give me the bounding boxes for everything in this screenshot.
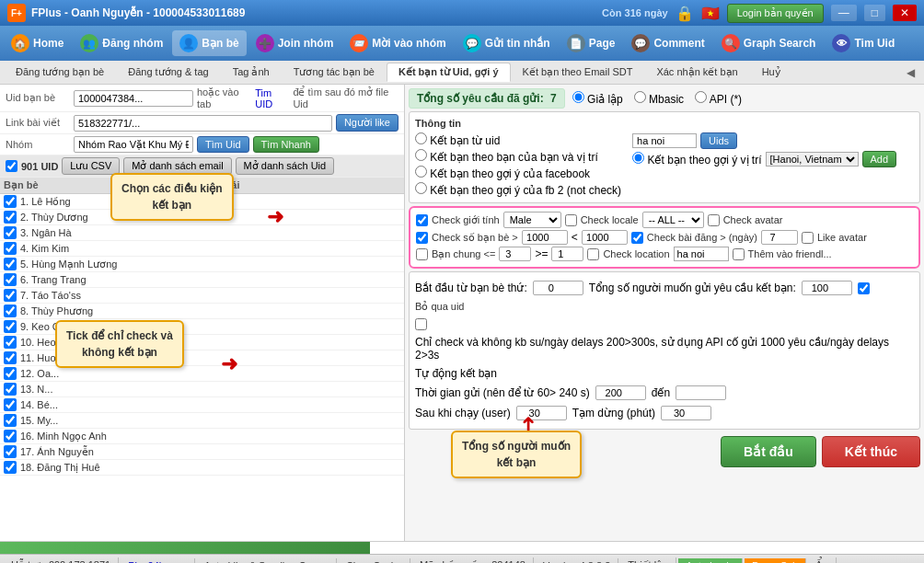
friend-checkbox-5[interactable] xyxy=(4,273,17,286)
radio-mbasic[interactable]: Mbasic xyxy=(634,91,684,106)
gioi-tinh-select[interactable]: Male Female xyxy=(503,212,561,228)
menu-item-join-nhóm[interactable]: ➕Join nhóm xyxy=(248,30,341,56)
location-input[interactable] xyxy=(632,133,697,148)
luu-csv-btn[interactable]: Lưu CSV xyxy=(62,157,120,175)
close-button[interactable]: ✕ xyxy=(893,5,917,21)
check-so-ban-be-cb[interactable] xyxy=(416,232,428,244)
website-status[interactable]: Plus24h.com xyxy=(121,558,195,564)
thiet-lap-status[interactable]: Thiết lập xyxy=(620,557,676,563)
sau-khi-input[interactable] xyxy=(516,406,567,420)
radio-gia-lap[interactable]: Giả lập xyxy=(572,91,623,106)
bo-qua-cb[interactable] xyxy=(858,282,870,294)
tim-uid-link[interactable]: Tim UID xyxy=(255,87,289,109)
like-avatar-cb[interactable] xyxy=(802,232,814,244)
thoi-gian-input[interactable] xyxy=(595,385,646,400)
tong-so-input[interactable] xyxy=(802,281,852,295)
mo-ds-uid-btn[interactable]: Mở danh sách Uid xyxy=(236,157,335,175)
friend-checkbox-3[interactable] xyxy=(4,242,17,255)
subtab-4[interactable]: Kết bạn từ Uid, gợi ý xyxy=(387,63,511,82)
subtab-7[interactable]: Huỷ xyxy=(750,63,793,82)
so-ban-be-input1[interactable] xyxy=(522,230,568,245)
uids-btn[interactable]: Uids xyxy=(700,132,737,149)
friend-checkbox-13[interactable] xyxy=(4,398,17,411)
tim-nhanh-btn[interactable]: Tìm Nhanh xyxy=(253,136,319,153)
friend-checkbox-16[interactable] xyxy=(4,445,17,458)
auto-login-status[interactable]: Auto Login xyxy=(678,558,743,564)
menu-item-tim-uid[interactable]: 👁Tim Uid xyxy=(825,30,902,56)
so-ban-be-input2[interactable] xyxy=(582,230,628,245)
friend-checkbox-1[interactable] xyxy=(4,211,17,224)
bat-dau-input[interactable] xyxy=(533,281,583,295)
them-vao-friend-cb[interactable] xyxy=(733,248,745,260)
tim-uid-btn[interactable]: Tìm Uid xyxy=(197,136,249,153)
subtab-3[interactable]: Tương tác bạn bè xyxy=(282,63,387,82)
link-input[interactable] xyxy=(74,115,332,132)
friend-checkbox-10[interactable] xyxy=(4,351,17,364)
subtab-5[interactable]: Kết bạn theo Email SDT xyxy=(511,63,645,82)
check-avatar-cb[interactable] xyxy=(708,214,720,226)
friend-checkbox-9[interactable] xyxy=(4,336,17,349)
autolick-status[interactable]: Auto Like & Seeding Com... xyxy=(197,558,337,564)
menu-item-mời-vào-nhóm[interactable]: 📨Mời vào nhóm xyxy=(342,30,453,56)
radio-api[interactable]: API (*) xyxy=(695,91,742,106)
friend-checkbox-6[interactable] xyxy=(4,289,17,302)
menu-item-home[interactable]: 🏠Home xyxy=(4,30,71,56)
check-location-cb[interactable] xyxy=(587,248,599,260)
all-checkbox[interactable] xyxy=(6,160,17,172)
add-btn[interactable]: Add xyxy=(862,151,897,167)
kb-fb[interactable]: Kết bạn theo gợi ý của facebook xyxy=(415,166,621,180)
menu-item-bạn-bè[interactable]: 👤Bạn bè xyxy=(172,30,246,56)
friend-checkbox-7[interactable] xyxy=(4,304,17,317)
nhom-input[interactable] xyxy=(74,136,193,153)
mo-ds-email-btn[interactable]: Mở danh sách email xyxy=(123,157,231,175)
maximize-button[interactable]: □ xyxy=(864,5,885,21)
clear-cache-status[interactable]: Clear Cache xyxy=(339,558,410,564)
ban-chung-cb[interactable] xyxy=(416,248,428,260)
check-gioi-tinh-cb[interactable] xyxy=(416,214,428,226)
subtabs-left-arrow[interactable]: ◀ xyxy=(901,63,920,82)
menu-item-graph-search[interactable]: 🔍Graph Search xyxy=(714,30,824,56)
subtab-1[interactable]: Đăng tướng & tag xyxy=(116,63,220,82)
den-input[interactable] xyxy=(676,385,726,400)
menu-item-gửi-tin-nhắn[interactable]: 💬Gửi tin nhắn xyxy=(456,30,558,56)
check-location-input[interactable] xyxy=(674,247,729,261)
subtab-2[interactable]: Tag ảnh xyxy=(221,63,282,82)
tam-dung-input[interactable] xyxy=(661,406,711,420)
login-button[interactable]: Login bản quyền xyxy=(727,4,824,23)
location-dropdown[interactable]: [Hanoi, Vietnam xyxy=(766,152,859,167)
friend-checkbox-12[interactable] xyxy=(4,383,17,396)
kb-fb2[interactable]: Kết bạn theo gợi ý của fb 2 (not check) xyxy=(415,182,621,197)
menu-item-comment[interactable]: 💬Comment xyxy=(624,30,711,56)
bat-dau-btn[interactable]: Bắt đầu xyxy=(721,436,816,467)
proxy-ssh-status[interactable]: Proxy Ssh xyxy=(745,558,806,564)
kb-vi-tri[interactable]: Kết bạn theo gợi ý vị trí xyxy=(632,152,761,167)
friend-checkbox-15[interactable] xyxy=(4,430,17,442)
ban-chung-input2[interactable] xyxy=(551,247,583,261)
locale-select[interactable]: -- ALL -- xyxy=(642,212,704,228)
bai-dang-input[interactable] xyxy=(761,230,798,245)
friend-checkbox-4[interactable] xyxy=(4,258,17,270)
an-status[interactable]: Ẩn xyxy=(808,557,837,563)
nguoi-like-btn[interactable]: Người like xyxy=(336,114,398,132)
uid-input[interactable] xyxy=(74,90,193,107)
menu-item-page[interactable]: 📄Page xyxy=(560,30,623,56)
kb-uid[interactable]: Kết bạn từ uid xyxy=(415,132,621,147)
friend-checkbox-14[interactable] xyxy=(4,414,17,427)
menu-label-1: Đăng nhóm xyxy=(102,37,163,50)
ban-chung-input1[interactable] xyxy=(499,247,531,261)
menu-item-đăng-nhóm[interactable]: 👥Đăng nhóm xyxy=(73,30,170,56)
friend-checkbox-17[interactable] xyxy=(4,461,17,474)
subtab-0[interactable]: Đăng tướng bạn bè xyxy=(4,63,116,82)
friend-checkbox-11[interactable] xyxy=(4,367,17,380)
friend-checkbox-2[interactable] xyxy=(4,226,17,239)
subtab-6[interactable]: Xác nhận kết bạn xyxy=(644,63,749,82)
check-locale-cb[interactable] xyxy=(565,214,577,226)
friend-checkbox-0[interactable] xyxy=(4,195,17,208)
chi-check-cb[interactable] xyxy=(415,318,427,330)
friend-checkbox-8[interactable] xyxy=(4,320,17,333)
kb-ban-ban[interactable]: Kết bạn theo bạn của bạn và vị trí xyxy=(415,149,621,164)
minimize-button[interactable]: — xyxy=(831,5,857,21)
check-bai-dang-cb[interactable] xyxy=(631,232,643,244)
ket-thuc-btn[interactable]: Kết thúc xyxy=(822,436,920,467)
menu-label-2: Bạn bè xyxy=(202,37,238,50)
